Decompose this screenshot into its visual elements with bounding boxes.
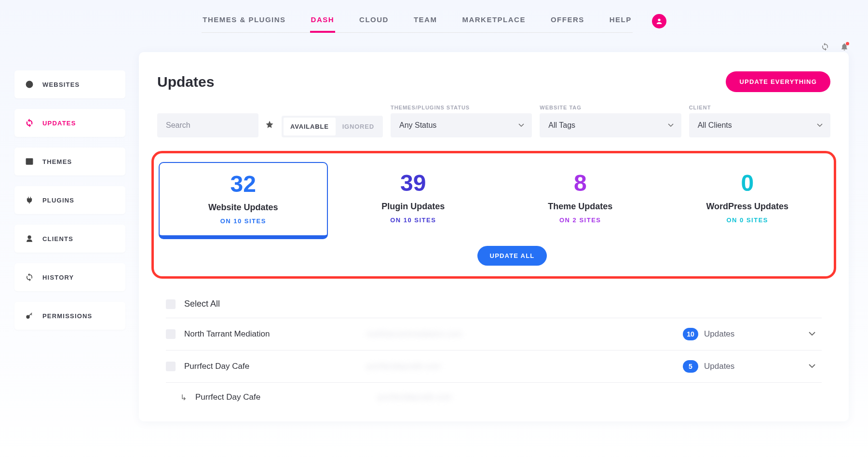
filter-status-group: THEMES/PLUGINS STATUS Any Status [391, 105, 532, 137]
filter-tag-group: WEBSITE TAG All Tags [540, 105, 681, 137]
update-everything-button[interactable]: UPDATE EVERYTHING [726, 71, 830, 92]
sidebar-item-clients[interactable]: CLIENTS [14, 225, 125, 253]
sidebar-item-plugins[interactable]: PLUGINS [14, 186, 125, 214]
search-input[interactable] [157, 113, 258, 137]
site-url-blurred: purrfectdaycafe.com [378, 392, 674, 402]
site-checkbox[interactable] [166, 329, 176, 339]
stat-label: Theme Updates [502, 202, 659, 212]
sidebar-item-label: THEMES [42, 158, 72, 165]
updates-count-badge: 5 [683, 360, 698, 373]
history-icon [25, 273, 34, 282]
nav-tab-cloud[interactable]: CLOUD [358, 10, 390, 32]
nav-tab-dash[interactable]: DASH [310, 10, 336, 32]
refresh-icon [821, 42, 829, 51]
chevron-down-icon [809, 364, 815, 369]
stat-label: Website Updates [164, 202, 322, 213]
filters-row: AVAILABLE IGNORED THEMES/PLUGINS STATUS … [157, 105, 830, 137]
top-navigation: THEMES & PLUGINS DASH CLOUD TEAM MARKETP… [0, 0, 868, 33]
site-list: Select All North Tarrant Mediation north… [157, 288, 830, 412]
site-name: North Tarrant Mediation [184, 329, 358, 339]
sidebar-item-label: HISTORY [42, 274, 74, 281]
filter-tag-select[interactable]: All Tags [540, 113, 681, 137]
site-row: North Tarrant Mediation northtarrantmedi… [166, 318, 822, 350]
child-arrow-icon: ↳ [180, 393, 187, 402]
toggle-available[interactable]: AVAILABLE [284, 118, 336, 135]
user-icon [655, 17, 663, 25]
top-right-icons [821, 42, 849, 53]
sidebar-item-history[interactable]: HISTORY [14, 263, 125, 291]
favorites-filter-button[interactable] [265, 120, 274, 131]
filter-tag-label: WEBSITE TAG [540, 105, 681, 110]
svg-point-3 [28, 236, 31, 239]
stat-card-plugin-updates[interactable]: 39 Plugin Updates ON 10 SITES [330, 162, 497, 239]
site-row: Purrfect Day Cafe purrfectdaycafe.com 5 … [166, 350, 822, 382]
sidebar-item-updates[interactable]: UPDATES [14, 109, 125, 137]
site-row-child: ↳ Purrfect Day Cafe purrfectdaycafe.com [166, 382, 822, 412]
stat-card-website-updates[interactable]: 32 Website Updates ON 10 SITES [159, 162, 328, 239]
expand-row-button[interactable] [802, 362, 822, 371]
site-url-blurred: northtarrantmediation.com [366, 329, 674, 339]
sidebar-item-label: WEBSITES [42, 81, 80, 88]
svg-rect-2 [26, 159, 33, 164]
sidebar-item-label: CLIENTS [42, 235, 73, 243]
refresh-icon [25, 119, 34, 127]
stat-card-theme-updates[interactable]: 8 Theme Updates ON 2 SITES [497, 162, 664, 239]
page-title: Updates [157, 74, 214, 90]
sidebar: WEBSITES UPDATES THEMES PLUGINS CLIENTS … [14, 52, 125, 421]
stats-highlight-box: 32 Website Updates ON 10 SITES 39 Plugin… [151, 151, 836, 279]
nav-tabs: THEMES & PLUGINS DASH CLOUD TEAM MARKETP… [202, 10, 633, 33]
chevron-down-icon [809, 332, 815, 337]
select-all-checkbox[interactable] [166, 299, 176, 309]
filter-client-group: CLIENT All Clients [689, 105, 830, 137]
refresh-button[interactable] [821, 42, 829, 53]
layout-icon [25, 157, 34, 166]
site-url-blurred: purrfectdaycafe.com [366, 362, 674, 371]
updates-text: Updates [704, 362, 734, 371]
stat-value: 39 [335, 172, 492, 195]
stat-value: 8 [502, 172, 659, 195]
notifications-button[interactable] [840, 42, 849, 53]
site-checkbox[interactable] [166, 362, 176, 371]
globe-icon [25, 80, 34, 89]
updates-text: Updates [704, 329, 734, 339]
nav-tab-themes-plugins[interactable]: THEMES & PLUGINS [202, 10, 286, 32]
plug-icon [25, 196, 34, 204]
stat-value: 0 [669, 172, 827, 195]
select-all-row: Select All [166, 293, 822, 318]
site-name: Purrfect Day Cafe [184, 362, 358, 371]
sidebar-item-themes[interactable]: THEMES [14, 148, 125, 175]
stat-label: WordPress Updates [669, 202, 827, 212]
sidebar-item-label: PERMISSIONS [42, 312, 93, 320]
stat-value: 32 [164, 173, 322, 196]
star-icon [265, 120, 274, 129]
stat-sub: ON 2 SITES [502, 216, 659, 224]
expand-row-button[interactable] [802, 330, 822, 338]
select-all-label: Select All [184, 299, 220, 309]
profile-button[interactable] [652, 14, 666, 28]
stat-sub: ON 10 SITES [164, 217, 322, 225]
nav-tab-team[interactable]: TEAM [413, 10, 438, 32]
update-all-wrap: UPDATE ALL [157, 246, 831, 266]
filter-client-select[interactable]: All Clients [689, 113, 830, 137]
filter-client-label: CLIENT [689, 105, 830, 110]
header-row: Updates UPDATE EVERYTHING [157, 71, 830, 92]
sidebar-item-websites[interactable]: WEBSITES [14, 70, 125, 98]
sidebar-item-permissions[interactable]: PERMISSIONS [14, 302, 125, 330]
search-wrap [157, 113, 274, 137]
toggle-ignored[interactable]: IGNORED [336, 118, 381, 135]
key-icon [25, 311, 34, 320]
site-name: Purrfect Day Cafe [195, 392, 369, 402]
notification-dot [846, 42, 849, 45]
nav-tab-offers[interactable]: OFFERS [550, 10, 585, 32]
stat-label: Plugin Updates [335, 202, 492, 212]
nav-tab-help[interactable]: HELP [609, 10, 633, 32]
update-all-button[interactable]: UPDATE ALL [477, 246, 547, 266]
updates-cell: 5 Updates [683, 360, 794, 373]
stats-row: 32 Website Updates ON 10 SITES 39 Plugin… [157, 162, 831, 239]
stat-card-wordpress-updates[interactable]: 0 WordPress Updates ON 0 SITES [664, 162, 831, 239]
nav-tab-marketplace[interactable]: MARKETPLACE [461, 10, 527, 32]
sidebar-item-label: UPDATES [42, 120, 76, 127]
sidebar-item-label: PLUGINS [42, 197, 74, 204]
availability-toggle: AVAILABLE IGNORED [282, 116, 383, 137]
filter-status-select[interactable]: Any Status [391, 113, 532, 137]
